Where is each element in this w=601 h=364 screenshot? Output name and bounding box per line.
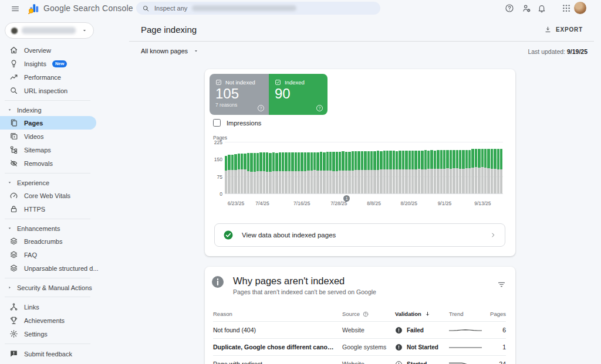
chart-bar[interactable] — [266, 152, 268, 193]
notifications-icon[interactable] — [537, 4, 546, 13]
chart-bar[interactable] — [316, 152, 319, 193]
sidebar-item-sitemaps[interactable]: Sitemaps — [0, 143, 96, 157]
filter-icon[interactable] — [497, 280, 506, 289]
manage-users-icon[interactable] — [522, 4, 531, 13]
chart-bar[interactable] — [389, 151, 391, 193]
export-button[interactable]: EXPORT — [544, 26, 583, 33]
help-icon[interactable]: ? — [316, 105, 323, 111]
column-header-trend[interactable]: Trend — [449, 311, 485, 317]
chart-bar[interactable] — [481, 149, 484, 193]
chart-bar[interactable] — [345, 152, 347, 193]
chart-bar[interactable] — [450, 150, 452, 193]
sidebar-item-insights[interactable]: InsightsNew — [0, 57, 96, 70]
sidebar-item-videos[interactable]: Videos — [0, 130, 96, 143]
chart-bar[interactable] — [437, 150, 439, 193]
chart-bar[interactable] — [320, 152, 322, 193]
chart-bar[interactable] — [298, 152, 300, 193]
help-icon[interactable] — [505, 4, 514, 13]
column-header-validation[interactable]: Validation — [395, 311, 449, 317]
chart-bar[interactable] — [250, 153, 252, 193]
nav-section-security-manual-actions[interactable]: Security & Manual Actions — [0, 281, 129, 294]
chart-bar[interactable] — [291, 152, 293, 193]
indexed-toggle[interactable]: Indexed 90 ? — [269, 74, 327, 115]
chart-bar[interactable] — [370, 151, 373, 193]
chart-bar[interactable] — [282, 152, 284, 193]
sidebar-item-unparsable-structured-d-[interactable]: Unparsable structured d... — [0, 261, 96, 275]
chart-bar[interactable] — [456, 150, 458, 193]
chart-annotation-marker[interactable]: 1 — [343, 195, 350, 202]
chart-bar[interactable] — [295, 152, 297, 193]
chart-bar[interactable] — [238, 154, 240, 193]
chart-bar[interactable] — [348, 152, 350, 193]
chart-bar[interactable] — [497, 149, 499, 193]
chart-bar[interactable] — [339, 152, 341, 193]
chart-bar[interactable] — [354, 151, 357, 193]
chart-bar[interactable] — [241, 154, 243, 193]
chart-bar[interactable] — [228, 155, 230, 193]
chart-bar[interactable] — [465, 150, 468, 193]
chart-bar[interactable] — [329, 152, 332, 193]
chart-bar[interactable] — [364, 151, 366, 193]
chart-bar[interactable] — [414, 151, 417, 193]
apps-grid-icon[interactable] — [562, 4, 571, 13]
chart-bar[interactable] — [491, 149, 493, 193]
impressions-toggle[interactable]: Impressions — [213, 119, 261, 127]
chart-bar[interactable] — [405, 151, 407, 193]
chart-bar[interactable] — [402, 151, 404, 193]
chart-bar[interactable] — [396, 151, 398, 193]
chart-bar[interactable] — [269, 153, 271, 193]
chart-bar[interactable] — [259, 152, 262, 193]
chart-bar[interactable] — [494, 149, 496, 193]
chart-bar[interactable] — [462, 150, 464, 193]
chart-bar[interactable] — [475, 149, 477, 193]
chart-bar[interactable] — [279, 152, 281, 193]
chart-bar[interactable] — [275, 153, 278, 193]
chart-bar[interactable] — [418, 151, 420, 193]
chart-bar[interactable] — [446, 150, 448, 193]
chart-bar[interactable] — [285, 152, 287, 193]
chart-bar[interactable] — [430, 150, 433, 193]
chart-bar[interactable] — [408, 151, 411, 193]
sidebar-item-links[interactable]: Links — [0, 300, 96, 314]
chart-bar[interactable] — [471, 149, 474, 193]
sidebar-item-url-inspection[interactable]: URL inspection — [0, 84, 96, 97]
column-header-source[interactable]: Source — [342, 311, 395, 317]
sidebar-item-settings[interactable]: Settings — [0, 327, 96, 341]
sidebar-item-https[interactable]: HTTPS — [0, 202, 96, 216]
chart-bar[interactable] — [288, 152, 291, 193]
column-header-reason[interactable]: Reason — [213, 311, 342, 317]
impressions-checkbox[interactable] — [213, 119, 221, 127]
nav-section-experience[interactable]: Experience — [0, 176, 129, 189]
chart-bar[interactable] — [399, 151, 401, 193]
chart-bar[interactable] — [254, 153, 256, 193]
chart-bar[interactable] — [434, 151, 436, 193]
chart-bar[interactable] — [421, 151, 423, 193]
chart-bar[interactable] — [323, 152, 325, 193]
chart-bar[interactable] — [367, 151, 370, 193]
chart-bar[interactable] — [424, 150, 427, 193]
chart-bar[interactable] — [380, 151, 382, 193]
property-selector[interactable] — [5, 22, 94, 39]
issue-row[interactable]: Duplicate, Google chose different canoni… — [213, 338, 506, 355]
chart-bar[interactable] — [332, 152, 335, 193]
menu-icon[interactable] — [11, 4, 20, 13]
chart-bar[interactable] — [307, 152, 309, 193]
chart-bar[interactable] — [313, 152, 316, 193]
column-header-pages[interactable]: Pages — [485, 311, 506, 317]
not-indexed-toggle[interactable]: Not indexed 105 7 reasons ? — [210, 74, 269, 115]
chart-bar[interactable] — [256, 153, 259, 193]
chart-bar[interactable] — [357, 151, 360, 193]
chart-bar[interactable] — [352, 151, 354, 193]
sidebar-item-breadcrumbs[interactable]: Breadcrumbs — [0, 234, 96, 248]
sidebar-item-submit-feedback[interactable]: Submit feedback — [0, 347, 96, 360]
chart-bar[interactable] — [427, 151, 430, 193]
chart-bar[interactable] — [373, 151, 376, 193]
help-icon[interactable]: ? — [258, 105, 264, 111]
sidebar-item-achievements[interactable]: Achievements — [0, 314, 96, 327]
page-scope-dropdown[interactable]: All known pages — [141, 47, 199, 55]
chart-bar[interactable] — [484, 149, 487, 193]
chart-bar[interactable] — [247, 153, 249, 193]
chart-bar[interactable] — [468, 150, 471, 193]
chart-bar[interactable] — [304, 152, 306, 193]
sidebar-item-removals[interactable]: Removals — [0, 157, 96, 170]
